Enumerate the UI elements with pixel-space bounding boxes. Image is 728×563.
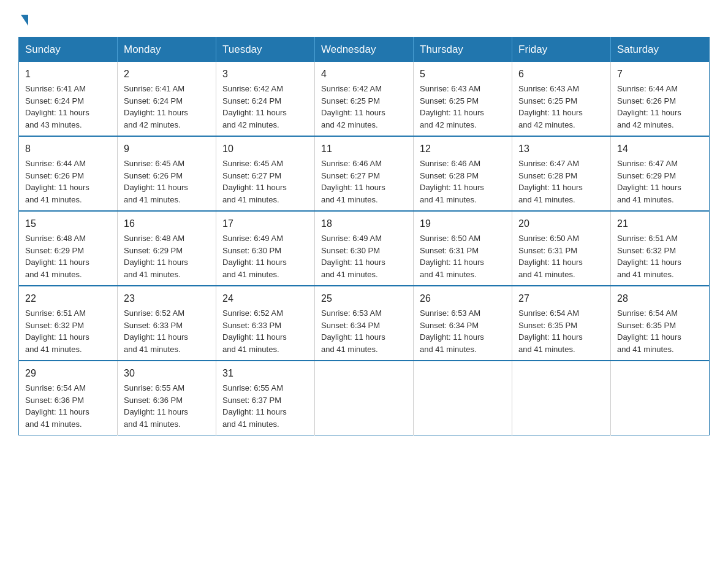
- day-number: 30: [124, 366, 210, 381]
- calendar-day-cell: 24 Sunrise: 6:52 AMSunset: 6:33 PMDaylig…: [216, 286, 315, 361]
- day-info: Sunrise: 6:50 AMSunset: 6:31 PMDaylight:…: [420, 234, 484, 279]
- day-info: Sunrise: 6:53 AMSunset: 6:34 PMDaylight:…: [321, 308, 385, 354]
- day-number: 16: [124, 216, 210, 231]
- day-info: Sunrise: 6:55 AMSunset: 6:36 PMDaylight:…: [124, 383, 188, 429]
- day-info: Sunrise: 6:52 AMSunset: 6:33 PMDaylight:…: [124, 308, 188, 354]
- day-number: 26: [420, 291, 506, 306]
- day-info: Sunrise: 6:44 AMSunset: 6:26 PMDaylight:…: [617, 84, 681, 129]
- day-number: 25: [321, 291, 407, 306]
- calendar-day-cell: 4 Sunrise: 6:42 AMSunset: 6:25 PMDayligh…: [315, 62, 414, 136]
- day-info: Sunrise: 6:52 AMSunset: 6:33 PMDaylight:…: [222, 308, 287, 354]
- calendar-day-cell: [611, 361, 710, 435]
- day-info: Sunrise: 6:54 AMSunset: 6:35 PMDaylight:…: [518, 308, 583, 354]
- day-info: Sunrise: 6:45 AMSunset: 6:26 PMDaylight:…: [124, 159, 188, 204]
- day-of-week-header: Saturday: [611, 37, 710, 63]
- day-info: Sunrise: 6:48 AMSunset: 6:29 PMDaylight:…: [124, 234, 188, 279]
- calendar-day-cell: [512, 361, 611, 435]
- calendar-day-cell: 30 Sunrise: 6:55 AMSunset: 6:36 PMDaylig…: [118, 361, 216, 435]
- calendar-day-cell: 31 Sunrise: 6:55 AMSunset: 6:37 PMDaylig…: [216, 361, 315, 435]
- day-number: 17: [222, 216, 308, 231]
- day-number: 6: [518, 67, 604, 82]
- calendar-day-cell: 13 Sunrise: 6:47 AMSunset: 6:28 PMDaylig…: [512, 136, 611, 211]
- calendar-week-row: 1 Sunrise: 6:41 AMSunset: 6:24 PMDayligh…: [19, 62, 710, 136]
- day-number: 9: [124, 142, 210, 156]
- calendar-day-cell: 18 Sunrise: 6:49 AMSunset: 6:30 PMDaylig…: [315, 211, 414, 286]
- calendar-day-cell: 7 Sunrise: 6:44 AMSunset: 6:26 PMDayligh…: [611, 62, 710, 136]
- day-of-week-header: Monday: [118, 37, 216, 63]
- day-number: 12: [420, 142, 506, 156]
- calendar-day-cell: 12 Sunrise: 6:46 AMSunset: 6:28 PMDaylig…: [414, 136, 512, 211]
- page-header: [18, 12, 710, 26]
- calendar-week-row: 29 Sunrise: 6:54 AMSunset: 6:36 PMDaylig…: [19, 361, 710, 435]
- day-info: Sunrise: 6:47 AMSunset: 6:29 PMDaylight:…: [617, 159, 681, 204]
- day-number: 4: [321, 67, 407, 82]
- logo-arrow-icon: [21, 15, 28, 26]
- calendar-header-row: SundayMondayTuesdayWednesdayThursdayFrid…: [19, 37, 710, 63]
- calendar-week-row: 22 Sunrise: 6:51 AMSunset: 6:32 PMDaylig…: [19, 286, 710, 361]
- calendar-day-cell: 20 Sunrise: 6:50 AMSunset: 6:31 PMDaylig…: [512, 211, 611, 286]
- day-number: 15: [25, 216, 111, 231]
- day-info: Sunrise: 6:47 AMSunset: 6:28 PMDaylight:…: [518, 159, 583, 204]
- day-info: Sunrise: 6:45 AMSunset: 6:27 PMDaylight:…: [222, 159, 287, 204]
- day-info: Sunrise: 6:54 AMSunset: 6:36 PMDaylight:…: [25, 383, 89, 429]
- calendar-day-cell: 21 Sunrise: 6:51 AMSunset: 6:32 PMDaylig…: [611, 211, 710, 286]
- day-info: Sunrise: 6:49 AMSunset: 6:30 PMDaylight:…: [321, 234, 385, 279]
- day-of-week-header: Friday: [512, 37, 611, 63]
- calendar-table: SundayMondayTuesdayWednesdayThursdayFrid…: [18, 37, 710, 435]
- day-of-week-header: Tuesday: [216, 37, 315, 63]
- calendar-day-cell: 22 Sunrise: 6:51 AMSunset: 6:32 PMDaylig…: [19, 286, 118, 361]
- calendar-day-cell: 28 Sunrise: 6:54 AMSunset: 6:35 PMDaylig…: [611, 286, 710, 361]
- day-number: 2: [124, 67, 210, 82]
- day-info: Sunrise: 6:46 AMSunset: 6:28 PMDaylight:…: [420, 159, 484, 204]
- calendar-week-row: 8 Sunrise: 6:44 AMSunset: 6:26 PMDayligh…: [19, 136, 710, 211]
- calendar-day-cell: 17 Sunrise: 6:49 AMSunset: 6:30 PMDaylig…: [216, 211, 315, 286]
- day-number: 23: [124, 291, 210, 306]
- calendar-day-cell: 8 Sunrise: 6:44 AMSunset: 6:26 PMDayligh…: [19, 136, 118, 211]
- day-info: Sunrise: 6:51 AMSunset: 6:32 PMDaylight:…: [25, 308, 89, 354]
- calendar-week-row: 15 Sunrise: 6:48 AMSunset: 6:29 PMDaylig…: [19, 211, 710, 286]
- day-of-week-header: Wednesday: [315, 37, 414, 63]
- day-number: 29: [25, 366, 111, 381]
- day-info: Sunrise: 6:53 AMSunset: 6:34 PMDaylight:…: [420, 308, 484, 354]
- calendar-day-cell: 14 Sunrise: 6:47 AMSunset: 6:29 PMDaylig…: [611, 136, 710, 211]
- day-info: Sunrise: 6:43 AMSunset: 6:25 PMDaylight:…: [518, 84, 583, 129]
- calendar-day-cell: 5 Sunrise: 6:43 AMSunset: 6:25 PMDayligh…: [414, 62, 512, 136]
- calendar-day-cell: 3 Sunrise: 6:42 AMSunset: 6:24 PMDayligh…: [216, 62, 315, 136]
- day-number: 14: [617, 142, 703, 156]
- day-info: Sunrise: 6:46 AMSunset: 6:27 PMDaylight:…: [321, 159, 385, 204]
- day-number: 13: [518, 142, 604, 156]
- day-info: Sunrise: 6:42 AMSunset: 6:25 PMDaylight:…: [321, 84, 385, 129]
- day-of-week-header: Sunday: [19, 37, 118, 63]
- calendar-day-cell: 16 Sunrise: 6:48 AMSunset: 6:29 PMDaylig…: [118, 211, 216, 286]
- calendar-day-cell: 9 Sunrise: 6:45 AMSunset: 6:26 PMDayligh…: [118, 136, 216, 211]
- day-number: 31: [222, 366, 308, 381]
- day-number: 27: [518, 291, 604, 306]
- day-number: 3: [222, 67, 308, 82]
- day-number: 7: [617, 67, 703, 82]
- day-number: 10: [222, 142, 308, 156]
- day-number: 19: [420, 216, 506, 231]
- calendar-day-cell: 19 Sunrise: 6:50 AMSunset: 6:31 PMDaylig…: [414, 211, 512, 286]
- day-info: Sunrise: 6:51 AMSunset: 6:32 PMDaylight:…: [617, 234, 681, 279]
- day-info: Sunrise: 6:41 AMSunset: 6:24 PMDaylight:…: [124, 84, 188, 129]
- day-number: 5: [420, 67, 506, 82]
- calendar-day-cell: 29 Sunrise: 6:54 AMSunset: 6:36 PMDaylig…: [19, 361, 118, 435]
- calendar-day-cell: 26 Sunrise: 6:53 AMSunset: 6:34 PMDaylig…: [414, 286, 512, 361]
- calendar-day-cell: 1 Sunrise: 6:41 AMSunset: 6:24 PMDayligh…: [19, 62, 118, 136]
- day-info: Sunrise: 6:42 AMSunset: 6:24 PMDaylight:…: [222, 84, 287, 129]
- day-of-week-header: Thursday: [414, 37, 512, 63]
- day-number: 24: [222, 291, 308, 306]
- calendar-day-cell: [414, 361, 512, 435]
- calendar-day-cell: 27 Sunrise: 6:54 AMSunset: 6:35 PMDaylig…: [512, 286, 611, 361]
- day-info: Sunrise: 6:41 AMSunset: 6:24 PMDaylight:…: [25, 84, 89, 129]
- calendar-day-cell: 15 Sunrise: 6:48 AMSunset: 6:29 PMDaylig…: [19, 211, 118, 286]
- day-number: 1: [25, 67, 111, 82]
- calendar-day-cell: 23 Sunrise: 6:52 AMSunset: 6:33 PMDaylig…: [118, 286, 216, 361]
- day-info: Sunrise: 6:44 AMSunset: 6:26 PMDaylight:…: [25, 159, 89, 204]
- day-info: Sunrise: 6:54 AMSunset: 6:35 PMDaylight:…: [617, 308, 681, 354]
- day-number: 22: [25, 291, 111, 306]
- day-number: 11: [321, 142, 407, 156]
- logo: [18, 12, 28, 26]
- day-number: 20: [518, 216, 604, 231]
- calendar-day-cell: [315, 361, 414, 435]
